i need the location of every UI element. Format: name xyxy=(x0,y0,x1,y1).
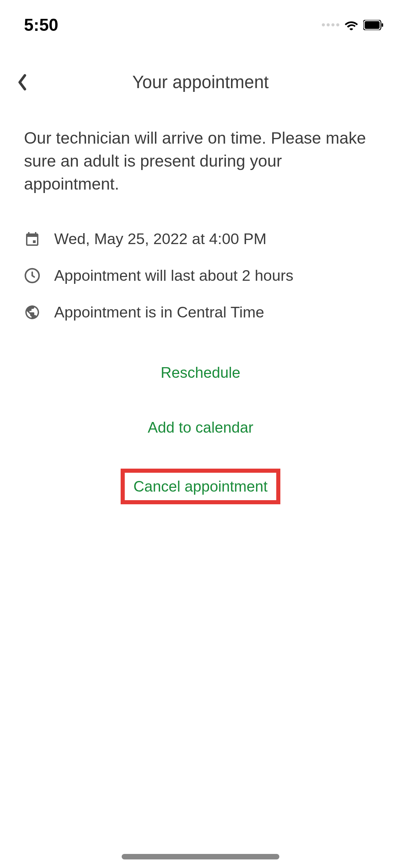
status-indicators xyxy=(322,20,384,30)
svg-rect-1 xyxy=(365,21,380,28)
globe-icon xyxy=(24,304,40,321)
detail-row-timezone: Appointment is in Central Time xyxy=(24,303,377,321)
cancel-appointment-button[interactable]: Cancel appointment xyxy=(121,469,280,504)
detail-timezone-text: Appointment is in Central Time xyxy=(54,303,264,321)
page-title: Your appointment xyxy=(15,72,386,92)
svg-rect-3 xyxy=(33,240,36,243)
detail-row-datetime: Wed, May 25, 2022 at 4:00 PM xyxy=(24,230,377,248)
nav-header: Your appointment xyxy=(0,45,401,109)
svg-rect-2 xyxy=(382,23,383,27)
chevron-left-icon xyxy=(15,74,29,91)
appointment-description: Our technician will arrive on time. Plea… xyxy=(24,126,377,196)
detail-row-duration: Appointment will last about 2 hours xyxy=(24,267,377,285)
signal-dots-icon xyxy=(322,23,339,26)
wifi-icon xyxy=(344,20,358,30)
reschedule-button[interactable]: Reschedule xyxy=(152,359,249,386)
action-buttons: Reschedule Add to calendar Cancel appoin… xyxy=(24,359,377,504)
home-indicator[interactable] xyxy=(122,854,279,859)
clock-icon xyxy=(24,267,40,284)
appointment-details: Wed, May 25, 2022 at 4:00 PM Appointment… xyxy=(24,230,377,321)
back-button[interactable] xyxy=(15,74,29,91)
calendar-icon xyxy=(24,231,40,247)
battery-icon xyxy=(363,20,384,30)
status-bar: 5:50 xyxy=(0,0,401,45)
content: Our technician will arrive on time. Plea… xyxy=(0,109,401,521)
detail-datetime-text: Wed, May 25, 2022 at 4:00 PM xyxy=(54,230,267,248)
status-time: 5:50 xyxy=(24,15,58,35)
add-to-calendar-button[interactable]: Add to calendar xyxy=(139,414,262,441)
detail-duration-text: Appointment will last about 2 hours xyxy=(54,267,293,285)
